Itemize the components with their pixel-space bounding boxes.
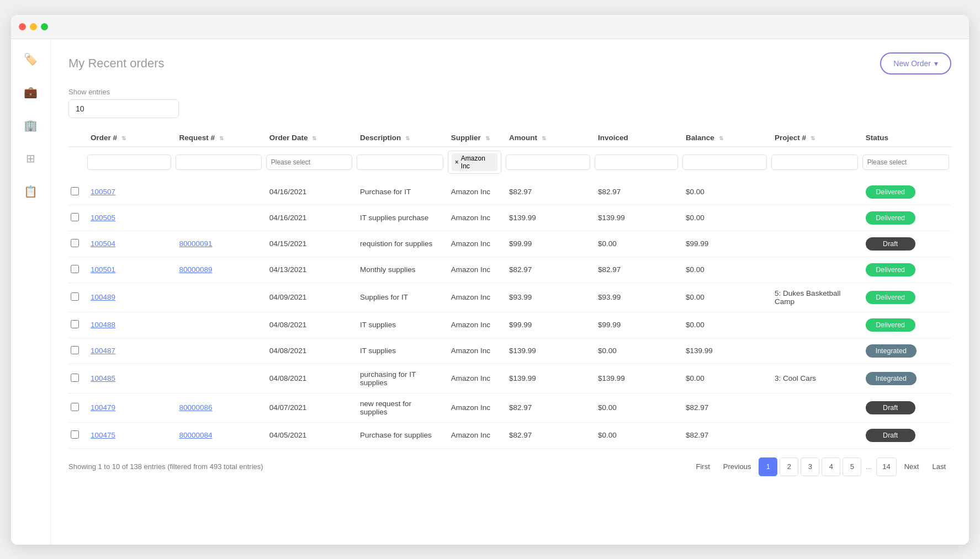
maximize-button[interactable]	[41, 23, 48, 30]
filter-request-num	[173, 147, 263, 179]
status-badge: Draft	[866, 429, 915, 442]
request-num-link[interactable]: 80000089	[179, 265, 212, 274]
row-status: Integrated	[860, 364, 951, 393]
filter-order-num-input[interactable]	[87, 155, 171, 170]
row-supplier: Amazon Inc	[446, 205, 504, 231]
row-order-date: 04/08/2021	[264, 312, 354, 338]
row-checkbox[interactable]	[71, 403, 79, 411]
row-order-num: 100488	[85, 312, 173, 338]
sidebar-icon-clipboard[interactable]: 📋	[20, 180, 42, 203]
row-supplier: Amazon Inc	[446, 393, 504, 422]
new-order-label: New Order	[893, 59, 931, 68]
row-order-date: 04/15/2021	[264, 231, 354, 257]
row-amount: $93.99	[504, 283, 592, 312]
sort-icon-order-num[interactable]: ⇅	[121, 135, 126, 141]
filter-description-input[interactable]	[357, 155, 443, 170]
sidebar-icon-org[interactable]: 🏢	[20, 114, 42, 136]
row-order-num: 100489	[85, 283, 173, 312]
app-body: 🏷️ 💼 🏢 ⊞ 📋 My Recent orders New Order ▾ …	[11, 39, 969, 545]
row-status: Delivered	[860, 179, 951, 205]
col-balance: Balance ⇅	[680, 129, 769, 147]
row-description: IT supplies	[354, 338, 446, 364]
row-supplier: Amazon Inc	[446, 422, 504, 448]
request-num-link[interactable]: 80000084	[179, 431, 212, 439]
page-1-button[interactable]: 1	[759, 457, 777, 476]
order-num-link[interactable]: 100505	[91, 214, 115, 222]
row-checkbox-cell	[68, 205, 85, 231]
sort-icon-amount[interactable]: ⇅	[542, 135, 546, 141]
page-last-button[interactable]: Last	[926, 457, 951, 476]
page-14-button[interactable]: 14	[876, 457, 896, 476]
page-3-button[interactable]: 3	[801, 457, 819, 476]
row-invoiced: $139.99	[592, 205, 680, 231]
request-num-link[interactable]: 80000091	[179, 239, 212, 248]
close-button[interactable]	[19, 23, 26, 30]
page-4-button[interactable]: 4	[822, 457, 840, 476]
row-status: Integrated	[860, 338, 951, 364]
filter-supplier-box[interactable]: × Amazon Inc	[448, 151, 501, 174]
order-num-link[interactable]: 100507	[91, 188, 115, 196]
filter-order-date-input[interactable]	[266, 155, 352, 170]
row-balance: $0.00	[680, 312, 769, 338]
row-balance: $0.00	[680, 364, 769, 393]
order-num-link[interactable]: 100488	[91, 321, 115, 329]
row-checkbox[interactable]	[71, 320, 79, 328]
order-num-link[interactable]: 100504	[91, 239, 115, 248]
sort-icon-project-num[interactable]: ⇅	[811, 135, 815, 141]
filter-request-num-input[interactable]	[176, 155, 261, 170]
filter-status-input[interactable]	[862, 155, 949, 170]
sidebar-icon-grid[interactable]: ⊞	[20, 147, 42, 169]
order-num-link[interactable]: 100485	[91, 374, 115, 382]
request-num-link[interactable]: 80000086	[179, 403, 212, 412]
row-checkbox[interactable]	[71, 346, 79, 354]
table-row: 100488 04/08/2021 IT supplies Amazon Inc…	[68, 312, 951, 338]
row-checkbox[interactable]	[71, 239, 79, 247]
row-checkbox-cell	[68, 393, 85, 422]
show-entries-input[interactable]	[68, 99, 179, 118]
order-num-link[interactable]: 100487	[91, 347, 115, 355]
page-next-button[interactable]: Next	[899, 457, 925, 476]
page-previous-button[interactable]: Previous	[718, 457, 757, 476]
order-num-link[interactable]: 100479	[91, 403, 115, 412]
order-num-link[interactable]: 100475	[91, 431, 115, 439]
table-row: 100479 80000086 04/07/2021 new request f…	[68, 393, 951, 422]
sort-icon-balance[interactable]: ⇅	[719, 135, 723, 141]
col-order-date: Order Date ⇅	[264, 129, 354, 147]
sidebar-icon-tag[interactable]: 🏷️	[20, 48, 42, 70]
page-2-button[interactable]: 2	[780, 457, 798, 476]
filter-project-num-input[interactable]	[771, 155, 858, 170]
sidebar-icon-briefcase[interactable]: 💼	[20, 81, 42, 103]
supplier-tag-x[interactable]: ×	[455, 158, 459, 166]
row-invoiced: $82.97	[592, 179, 680, 205]
filter-balance-input[interactable]	[682, 155, 767, 170]
minimize-button[interactable]	[30, 23, 37, 30]
filter-amount	[504, 147, 592, 179]
sort-icon-description[interactable]: ⇅	[405, 135, 410, 141]
sort-icon-request-num[interactable]: ⇅	[219, 135, 224, 141]
sort-icon-supplier[interactable]: ⇅	[485, 135, 490, 141]
new-order-button[interactable]: New Order ▾	[880, 52, 951, 74]
row-request-num	[173, 179, 263, 205]
row-status: Delivered	[860, 257, 951, 283]
page-first-button[interactable]: First	[691, 457, 716, 476]
page-5-button[interactable]: 5	[843, 457, 861, 476]
order-num-link[interactable]: 100501	[91, 265, 115, 274]
filter-invoiced-input[interactable]	[595, 155, 678, 170]
row-status: Delivered	[860, 283, 951, 312]
order-num-link[interactable]: 100489	[91, 293, 115, 301]
filter-cb-cell	[68, 147, 85, 179]
row-checkbox-cell	[68, 422, 85, 448]
row-checkbox[interactable]	[71, 213, 79, 221]
row-checkbox[interactable]	[71, 292, 79, 301]
row-checkbox[interactable]	[71, 430, 79, 439]
row-order-num: 100501	[85, 257, 173, 283]
row-checkbox[interactable]	[71, 265, 79, 273]
status-badge: Integrated	[866, 344, 917, 358]
table-row: 100487 04/08/2021 IT supplies Amazon Inc…	[68, 338, 951, 364]
row-checkbox[interactable]	[71, 374, 79, 382]
sort-icon-order-date[interactable]: ⇅	[312, 135, 316, 141]
filter-amount-input[interactable]	[506, 155, 590, 170]
row-description: purchasing for IT supplies	[354, 364, 446, 393]
row-checkbox-cell	[68, 312, 85, 338]
row-checkbox[interactable]	[71, 187, 79, 195]
